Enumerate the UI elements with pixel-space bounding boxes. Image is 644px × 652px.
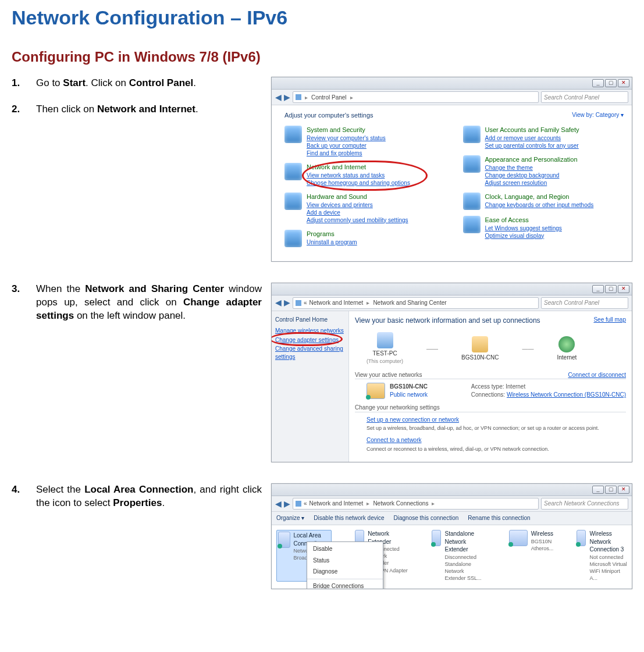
forward-icon[interactable]: ▶ [284,498,290,510]
search-input[interactable]: Search Control Panel [541,91,628,103]
maximize-button[interactable]: ▢ [605,486,617,494]
diagnose-menu-item[interactable]: Diagnose [307,566,383,578]
breadcrumb[interactable]: « Network and Internet Network Connectio… [293,498,539,510]
category-link[interactable]: Change desktop background [485,172,578,179]
control-panel-category[interactable]: Network and InternetView network status … [284,163,446,187]
router-icon [472,336,488,352]
breadcrumb[interactable]: « Network and Internet Network and Shari… [293,297,539,309]
step-body: Go to Start. Click on Control Panel. [36,77,262,90]
category-link[interactable]: Let Windows suggest settings [485,225,562,232]
close-button[interactable]: ✕ [618,285,629,293]
disable-menu-item[interactable]: Disable [307,543,383,555]
category-heading[interactable]: Programs [307,230,357,238]
toolbar-item[interactable]: Diagnose this connection [394,514,459,522]
back-icon[interactable]: ◀ [275,498,282,510]
toolbar-item[interactable]: Rename this connection [468,514,530,522]
category-link[interactable]: Set up parental controls for any user [485,142,579,149]
control-panel-category[interactable]: System and SecurityReview your computer'… [284,126,446,157]
maximize-button[interactable]: ▢ [605,285,617,293]
close-button[interactable]: ✕ [618,486,629,494]
network-connection-item[interactable]: Wireless Network Connection 3Not connect… [577,530,628,582]
back-icon[interactable]: ◀ [275,297,282,308]
back-icon[interactable]: ◀ [275,92,282,103]
category-heading[interactable]: System and Security [307,126,386,134]
category-link[interactable]: Adjust commonly used mobility settings [307,216,408,224]
control-panel-category[interactable]: Clock, Language, and RegionChange keyboa… [463,193,624,210]
category-link[interactable]: Adjust screen resolution [485,179,578,187]
control-panel-category[interactable]: User Accounts and Family SafetyAdd or re… [463,126,624,149]
connection-icon [577,530,586,546]
breadcrumb[interactable]: Control Panel [293,91,539,103]
category-heading[interactable]: Clock, Language, and Region [485,193,594,201]
connection-icon [278,532,290,548]
category-link[interactable]: Add a device [307,209,408,216]
control-panel-category[interactable]: Hardware and SoundView devices and print… [284,193,446,224]
category-icon [284,230,302,247]
bridge-connections-menu-item[interactable]: Bridge Connections [307,580,383,590]
page-title: Network Configuration – IPv6 [12,5,632,31]
forward-icon[interactable]: ▶ [284,297,290,308]
forward-icon[interactable]: ▶ [284,92,290,103]
category-link[interactable]: Add or remove user accounts [485,134,579,142]
step-body: Select the Local Area Connection, and ri… [36,483,262,510]
minimize-button[interactable]: _ [592,486,604,494]
menu-separator [307,579,383,579]
see-full-map-link[interactable]: See full map [593,316,626,330]
category-link[interactable]: Find and fix problems [307,149,386,157]
network-connection-item[interactable]: WirelessBGS10NAtheros... [509,530,554,582]
control-panel-icon [296,94,301,100]
toolbar-item[interactable]: Disable this network device [314,514,384,522]
search-input[interactable]: Search Network Connections [541,498,628,510]
status-menu-item[interactable]: Status [307,555,383,567]
category-link[interactable]: Back up your computer [307,142,386,149]
category-icon [284,163,302,180]
screenshot-network-sharing: _ ▢ ✕ ◀ ▶ « Network and Internet Network… [271,283,632,462]
window-titlebar: _ ▢ ✕ [272,77,632,90]
page-subtitle: Configuring PC in Windows 7/8 (IPv6) [12,48,632,66]
connect-disconnect-link[interactable]: Connect or disconnect [568,372,626,378]
connect-network-link[interactable]: Connect to a network [367,437,422,443]
control-panel-category[interactable]: Ease of AccessLet Windows suggest settin… [463,216,624,240]
context-menu: DisableStatusDiagnoseBridge ConnectionsC… [307,541,383,589]
category-link[interactable]: Change the theme [485,164,578,172]
step-number: 3. [12,283,36,323]
toolbar-item[interactable]: Organize ▾ [276,514,304,522]
category-icon [463,126,481,143]
computer-icon [377,332,393,348]
screenshot-network-connections: _ ▢ ✕ ◀ ▶ « Network and Internet Network… [271,483,632,589]
category-link[interactable]: Review your computer's status [307,134,386,142]
network-connection-item[interactable]: Standalone Network ExtenderDisconnectedS… [432,530,486,582]
svg-rect-0 [296,94,301,100]
category-heading[interactable]: Appearance and Personalization [485,155,578,164]
maximize-button[interactable]: ▢ [605,79,617,87]
control-panel-category[interactable]: ProgramsUninstall a program [284,230,446,247]
close-button[interactable]: ✕ [618,79,629,87]
section-heading: View your basic network information and … [355,316,540,325]
category-link[interactable]: Change keyboards or other input methods [485,201,594,209]
sidebar-link[interactable]: Change advanced sharing settings [275,345,345,361]
category-link[interactable]: View devices and printers [307,201,408,209]
highlight-oval [302,161,428,191]
category-heading[interactable]: Ease of Access [485,216,562,225]
control-panel-icon [296,501,301,507]
view-by-dropdown[interactable]: View by: Category ▾ [572,111,624,120]
category-link[interactable]: Uninstall a program [307,238,357,246]
category-heading[interactable]: Hardware and Sound [307,193,408,201]
category-link[interactable]: Optimize visual display [485,232,562,240]
minimize-button[interactable]: _ [592,285,604,293]
category-heading[interactable]: User Accounts and Family Safety [485,126,579,134]
step-number: 2. [12,103,36,116]
step-body: When the Network and Sharing Center wind… [36,283,262,323]
search-input[interactable]: Search Control Panel [541,297,628,309]
minimize-button[interactable]: _ [592,79,604,87]
step-number: 4. [12,483,36,510]
setup-connection-link[interactable]: Set up a new connection or network [367,416,459,423]
svg-rect-1 [296,300,301,306]
connection-link[interactable]: Wireless Network Connection (BGS10N-CNC) [507,391,626,398]
category-icon [463,155,481,173]
highlight-oval [271,332,343,346]
category-icon [463,193,481,210]
network-icon [367,383,385,399]
sidebar: Control Panel Home Manage wireless netwo… [272,311,349,462]
control-panel-category[interactable]: Appearance and PersonalizationChange the… [463,155,624,187]
